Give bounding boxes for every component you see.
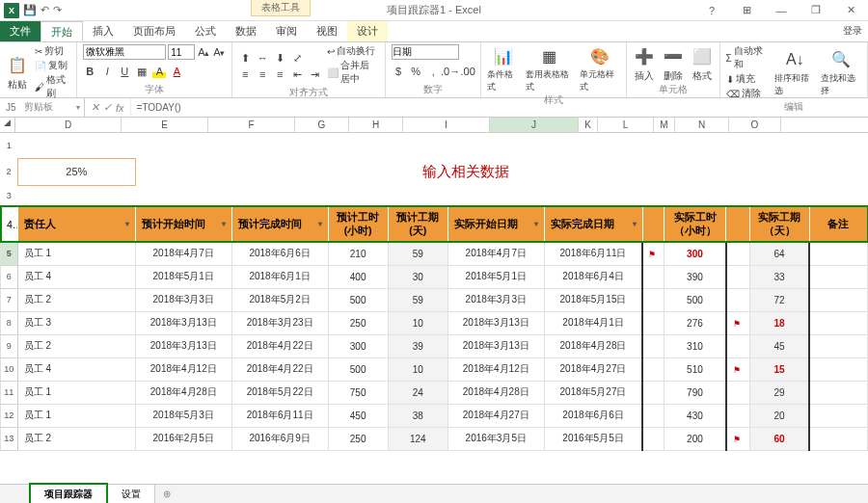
cell-actual-days[interactable]: 60	[749, 427, 809, 450]
cell-plan-end[interactable]: 2018年3月23日	[231, 311, 328, 334]
cell-plan-hours[interactable]: 400	[328, 265, 388, 288]
table-row[interactable]: 10员工 42018年4月12日2018年4月22日500102018年4月12…	[1, 357, 868, 381]
undo-icon[interactable]: ↶	[41, 4, 49, 16]
cell-plan-end[interactable]: 2016年6月9日	[231, 427, 328, 450]
bold-icon[interactable]: B	[83, 65, 96, 78]
cell-actual-end[interactable]: 2018年4月28日	[544, 334, 642, 357]
row-header[interactable]: 7	[1, 288, 18, 311]
redo-icon[interactable]: ↷	[53, 4, 62, 16]
font-name-input[interactable]	[83, 44, 166, 60]
tab-insert[interactable]: 插入	[83, 21, 123, 41]
cell-plan-end[interactable]: 2018年6月11日	[231, 404, 328, 427]
cell-actual-end[interactable]: 2016年5月5日	[544, 427, 642, 450]
cell-plan-days[interactable]: 59	[388, 288, 448, 311]
col-F[interactable]: F	[208, 118, 295, 132]
cell-flag-ah[interactable]	[642, 311, 664, 334]
col-H[interactable]: H	[349, 118, 403, 132]
tab-file[interactable]: 文件	[0, 21, 41, 41]
cell-actual-end[interactable]: 2018年6月4日	[544, 265, 642, 288]
delete-cells-button[interactable]: ➖删除	[662, 45, 685, 83]
cell-flag-ad[interactable]	[726, 381, 749, 404]
cell-actual-hours[interactable]: 500	[665, 288, 726, 311]
col-I[interactable]: I	[403, 118, 490, 132]
cell-flag-ad[interactable]: ⚑	[726, 357, 749, 381]
cell-owner[interactable]: 员工 3	[17, 311, 135, 334]
cell-actual-start[interactable]: 2018年3月13日	[448, 311, 544, 334]
wrap-button[interactable]: ↩自动换行	[327, 44, 379, 58]
cell-note[interactable]	[809, 265, 867, 288]
row-header[interactable]: 6	[1, 265, 18, 288]
filter-icon[interactable]: ▾	[222, 220, 226, 228]
hdr-plan-hours[interactable]: 预计工时 (小时)	[328, 206, 388, 242]
cell-actual-start[interactable]: 2018年4月7日	[448, 242, 544, 265]
cell-plan-hours[interactable]: 450	[328, 404, 388, 427]
hdr-note[interactable]: 备注	[809, 206, 867, 242]
cell-plan-end[interactable]: 2018年4月22日	[231, 357, 328, 381]
cell-note[interactable]	[809, 381, 867, 404]
cut-button[interactable]: ✂剪切	[35, 44, 70, 58]
align-left-icon[interactable]: ≡	[238, 67, 252, 81]
fx-icon[interactable]: fx	[116, 102, 124, 114]
tab-view[interactable]: 视图	[307, 21, 347, 41]
cell-actual-hours[interactable]: 200	[665, 427, 726, 450]
cell-plan-start[interactable]: 2018年4月7日	[135, 242, 231, 265]
col-O[interactable]: O	[729, 118, 781, 132]
row-header[interactable]: 9	[1, 334, 18, 357]
hdr-plan-end[interactable]: 预计完成时间▾	[231, 206, 328, 242]
paste-button[interactable]: 📋 粘贴	[6, 54, 29, 92]
cell-plan-hours[interactable]: 500	[328, 357, 388, 381]
cell-actual-end[interactable]: 2018年4月27日	[544, 357, 642, 381]
align-center-icon[interactable]: ≡	[256, 67, 269, 81]
sort-filter-button[interactable]: A↓排序和筛选	[774, 48, 815, 97]
select-all[interactable]: ◢	[0, 118, 15, 133]
cell-plan-days[interactable]: 124	[388, 427, 448, 450]
table-row[interactable]: 6员工 42018年5月1日2018年6月1日400302018年5月1日201…	[1, 265, 868, 288]
cell-plan-start[interactable]: 2018年4月12日	[135, 357, 231, 381]
tab-data[interactable]: 数据	[226, 21, 266, 41]
table-row[interactable]: 7员工 22018年3月3日2018年5月2日500592018年3月3日201…	[1, 288, 868, 311]
decrease-font-icon[interactable]: A▾	[212, 45, 226, 59]
tab-design[interactable]: 设计	[347, 21, 388, 41]
align-bot-icon[interactable]: ⬇	[273, 51, 286, 65]
cell-actual-hours[interactable]: 390	[665, 265, 726, 288]
cell-flag-ah[interactable]	[642, 357, 664, 381]
cell-owner[interactable]: 员工 2	[17, 334, 135, 357]
cell-flag-ah[interactable]: ⚑	[642, 242, 664, 265]
row-header[interactable]: 10	[1, 357, 18, 381]
hdr-actual-end[interactable]: 实际完成日期▾	[544, 206, 642, 242]
restore-icon[interactable]: ❐	[802, 4, 829, 16]
brush-button[interactable]: 🖌格式刷	[35, 73, 70, 100]
font-color-icon[interactable]: A	[170, 65, 183, 78]
tab-layout[interactable]: 页面布局	[123, 21, 185, 41]
cell-plan-start[interactable]: 2016年2月5日	[135, 427, 231, 450]
cell-actual-days[interactable]: 64	[749, 242, 809, 265]
autosum-button[interactable]: Σ自动求和	[726, 44, 770, 71]
cell-actual-hours[interactable]: 310	[665, 334, 726, 357]
table-row[interactable]: 12员工 12018年5月3日2018年6月11日450382018年4月27日…	[1, 404, 868, 427]
cancel-icon[interactable]: ✕	[91, 101, 99, 114]
fill-button[interactable]: ⬇填充	[726, 72, 770, 86]
cell-flag-ad[interactable]: ⚑	[726, 427, 749, 450]
dec-dec-icon[interactable]: .00	[461, 65, 475, 78]
close-icon[interactable]: ✕	[837, 4, 864, 16]
cell-note[interactable]	[809, 311, 867, 334]
hdr-plan-start[interactable]: 预计开始时间▾	[135, 206, 231, 242]
cell-note[interactable]	[809, 357, 867, 381]
cell-actual-end[interactable]: 2018年6月11日	[544, 242, 642, 265]
cell-owner[interactable]: 员工 1	[17, 404, 135, 427]
sheet-tab-setting[interactable]: 设置	[108, 485, 155, 504]
cell-actual-hours[interactable]: 300	[665, 242, 726, 265]
cell-plan-start[interactable]: 2018年4月28日	[135, 381, 231, 404]
hdr-owner[interactable]: 责任人▾	[17, 206, 135, 242]
cell-plan-start[interactable]: 2018年3月13日	[135, 311, 231, 334]
cell-plan-end[interactable]: 2018年5月22日	[231, 381, 328, 404]
save-icon[interactable]: 💾	[23, 4, 37, 16]
table-row[interactable]: 13员工 22016年2月5日2016年6月9日2501242016年3月5日2…	[1, 427, 868, 450]
font-size-input[interactable]	[168, 44, 195, 60]
tab-review[interactable]: 审阅	[266, 21, 307, 41]
underline-icon[interactable]: U	[118, 65, 131, 78]
number-format-select[interactable]	[392, 44, 459, 60]
cell-plan-hours[interactable]: 250	[328, 311, 388, 334]
cell-plan-days[interactable]: 59	[388, 242, 448, 265]
cell-actual-hours[interactable]: 276	[665, 311, 726, 334]
